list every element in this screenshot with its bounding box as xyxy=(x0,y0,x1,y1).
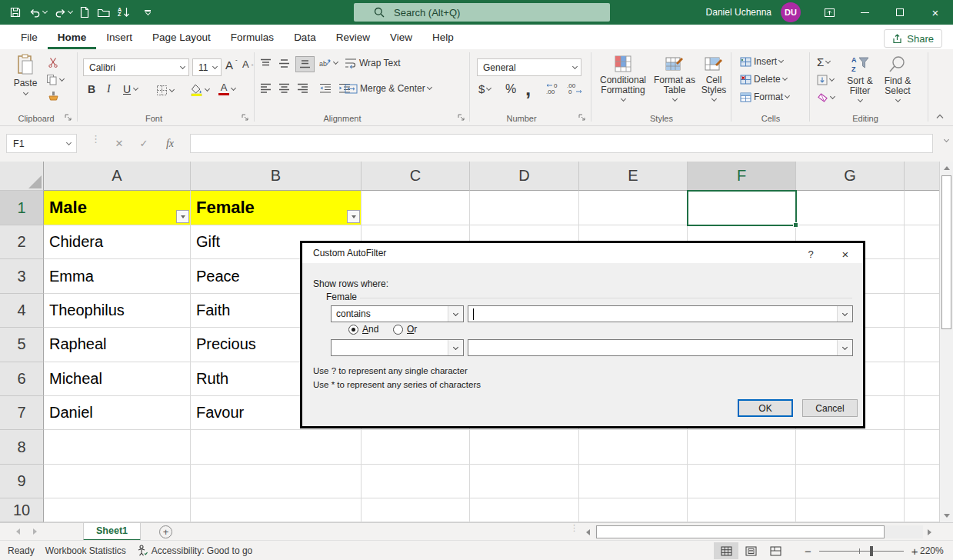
cell-G9[interactable] xyxy=(796,465,905,498)
search-input[interactable]: Search (Alt+Q) xyxy=(354,3,610,22)
clear-button[interactable] xyxy=(817,92,835,103)
horizontal-scrollbar-thumb[interactable] xyxy=(596,525,885,538)
normal-view-button[interactable] xyxy=(714,542,738,559)
select-all-corner[interactable] xyxy=(0,162,44,191)
find-select-button[interactable]: Find & Select xyxy=(879,55,916,102)
conditional-formatting-button[interactable]: Conditional Formatting xyxy=(595,55,651,101)
cell-H8[interactable] xyxy=(905,430,939,464)
share-button[interactable]: Share xyxy=(884,29,942,48)
dialog-title-bar[interactable]: Custom AutoFilter xyxy=(302,243,863,263)
row-header-8[interactable]: 8 xyxy=(0,430,44,464)
cell-G1[interactable] xyxy=(796,191,905,225)
accessibility-status[interactable]: Accessibility: Good to go xyxy=(137,545,252,556)
cell-A7[interactable]: Daniel xyxy=(44,396,191,430)
cell-H7[interactable] xyxy=(905,396,939,430)
paste-button[interactable]: Paste xyxy=(8,54,43,95)
insert-function-button[interactable]: fx xyxy=(160,134,180,153)
orientation-button[interactable]: ab xyxy=(319,57,338,69)
vertical-scrollbar-thumb[interactable] xyxy=(941,175,951,329)
row-header-1[interactable]: 1 xyxy=(0,191,44,225)
cell-G10[interactable] xyxy=(796,498,905,522)
dropdown-arrow-button[interactable] xyxy=(837,306,852,322)
cell-C8[interactable] xyxy=(362,430,470,464)
name-box[interactable]: F1 xyxy=(6,134,77,153)
cell-A10[interactable] xyxy=(44,498,191,522)
cell-H9[interactable] xyxy=(905,465,939,498)
decrease-decimal-button[interactable]: .000 xyxy=(567,82,582,95)
cell-A9[interactable] xyxy=(44,465,191,498)
zoom-in-button[interactable]: + xyxy=(911,545,918,558)
cell-E1[interactable] xyxy=(579,191,688,225)
zoom-slider-thumb[interactable] xyxy=(870,546,873,556)
previous-sheet-button[interactable] xyxy=(9,528,26,535)
cell-H6[interactable] xyxy=(905,362,939,396)
cell-styles-button[interactable]: Cell Styles xyxy=(698,55,729,101)
fill-button[interactable] xyxy=(817,75,834,85)
tab-home[interactable]: Home xyxy=(48,25,97,49)
cell-B8[interactable] xyxy=(191,430,362,464)
save-button[interactable] xyxy=(9,6,22,18)
cell-B9[interactable] xyxy=(191,465,362,498)
decrease-font-size-button[interactable]: Aˇ xyxy=(242,58,253,70)
cell-B10[interactable] xyxy=(191,498,362,522)
column-header-G[interactable]: G xyxy=(796,162,905,191)
cancel-entry-button[interactable]: ✕ xyxy=(109,134,129,153)
align-center-button[interactable] xyxy=(278,83,290,93)
cell-E9[interactable] xyxy=(579,465,688,498)
tab-view[interactable]: View xyxy=(380,25,422,49)
alignment-dialog-launcher[interactable] xyxy=(458,114,466,122)
dropdown-arrow-button[interactable] xyxy=(448,306,463,322)
underline-button[interactable]: U xyxy=(123,83,131,95)
row-header-6[interactable]: 6 xyxy=(0,362,44,396)
cell-H10[interactable] xyxy=(905,498,939,522)
cell-C10[interactable] xyxy=(362,498,470,522)
fill-color-button[interactable] xyxy=(190,83,209,96)
cell-E8[interactable] xyxy=(579,430,688,464)
filter-button-male[interactable] xyxy=(176,210,189,223)
collapse-ribbon-button[interactable] xyxy=(936,113,944,121)
delete-cells-button[interactable]: Delete xyxy=(740,74,787,85)
font-dialog-launcher[interactable] xyxy=(242,114,250,122)
dropdown-arrow-button[interactable] xyxy=(837,340,852,355)
sheetbar-divider[interactable]: ⋮ xyxy=(570,526,578,530)
cell-H4[interactable] xyxy=(905,294,939,328)
workbook-statistics-button[interactable]: Workbook Statistics xyxy=(45,545,126,556)
row-header-2[interactable]: 2 xyxy=(0,225,44,259)
cell-A3[interactable]: Emma xyxy=(44,259,191,293)
avatar[interactable]: DU xyxy=(781,2,801,22)
cell-H2[interactable] xyxy=(905,225,939,259)
percent-style-button[interactable]: % xyxy=(505,82,516,96)
redo-button[interactable] xyxy=(54,7,72,18)
column-header-D[interactable]: D xyxy=(470,162,579,191)
cell-A1[interactable]: Male xyxy=(44,191,191,225)
condition2-dropdown[interactable] xyxy=(331,339,464,356)
row-header-9[interactable]: 9 xyxy=(0,465,44,498)
open-button[interactable] xyxy=(97,7,111,18)
wrap-text-button[interactable]: Wrap Text xyxy=(345,58,401,68)
cell-C1[interactable] xyxy=(362,191,470,225)
top-align-button[interactable] xyxy=(260,58,272,68)
tab-data[interactable]: Data xyxy=(284,25,326,49)
new-file-button[interactable] xyxy=(79,6,90,18)
row-header-5[interactable]: 5 xyxy=(0,328,44,362)
cut-button[interactable] xyxy=(48,57,58,68)
decrease-indent-button[interactable] xyxy=(319,83,332,93)
bottom-align-button[interactable] xyxy=(295,56,315,72)
tab-formulas[interactable]: Formulas xyxy=(221,25,284,49)
tab-help[interactable]: Help xyxy=(422,25,464,49)
tab-insert[interactable]: Insert xyxy=(96,25,142,49)
dialog-help-button[interactable]: ? xyxy=(804,247,818,261)
cell-A5[interactable]: Rapheal xyxy=(44,328,191,362)
format-as-table-button[interactable]: Format as Table xyxy=(652,55,697,101)
minimize-button[interactable] xyxy=(847,0,882,25)
align-left-button[interactable] xyxy=(260,83,272,93)
cell-F9[interactable] xyxy=(688,465,796,498)
dropdown-arrow-button[interactable] xyxy=(448,340,463,355)
customize-qat-button[interactable] xyxy=(145,10,151,15)
tab-review[interactable]: Review xyxy=(326,25,380,49)
format-painter-button[interactable] xyxy=(48,91,59,102)
cell-A6[interactable]: Micheal xyxy=(44,362,191,396)
sort-ascending-button[interactable]: AZ xyxy=(118,7,130,18)
sheet-tab-sheet1[interactable]: Sheet1 xyxy=(83,523,141,541)
format-cells-button[interactable]: Format xyxy=(740,92,789,102)
